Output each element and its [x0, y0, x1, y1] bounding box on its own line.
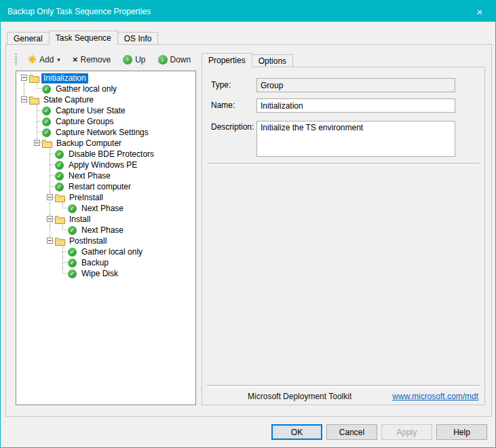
tree-connector-line	[37, 122, 37, 127]
tree-node-capture-network-settings[interactable]: ✓Capture Network Settings	[16, 127, 195, 138]
tree-node-next-phase[interactable]: ✓Next Phase	[16, 225, 195, 236]
tab-options[interactable]: Options	[252, 54, 293, 67]
task-sequence-tree[interactable]: Initialization✓Gather local onlyState Ca…	[16, 71, 196, 405]
description-label: Description:	[211, 122, 254, 132]
tree-connector-line	[37, 110, 43, 111]
tree-node-label[interactable]: Install	[67, 214, 92, 225]
tree-node-gather-local-only[interactable]: ✓Gather local only	[16, 83, 195, 94]
remove-icon: ×	[73, 55, 78, 64]
up-button[interactable]: ↑ Up	[117, 53, 151, 67]
expand-toggle-icon[interactable]	[34, 140, 40, 146]
tree-connector-line	[62, 208, 69, 208]
tree-node-label[interactable]: Next Phase	[79, 204, 126, 214]
tree-connector-line	[62, 262, 69, 263]
tree-node-postinstall[interactable]: PostInstall	[16, 236, 195, 246]
group-folder-icon	[55, 193, 65, 202]
tree-node-label[interactable]: Disable BDE Protectors	[66, 149, 156, 160]
tree-node-restart-computer[interactable]: ✓Restart computer	[16, 181, 195, 192]
tree-node-label[interactable]: Capture Groups	[54, 117, 115, 127]
help-button[interactable]: Help	[436, 424, 487, 440]
step-check-icon: ✓	[68, 226, 77, 235]
tree-node-initialization[interactable]: Initialization	[16, 73, 195, 83]
add-button[interactable]: Add ▾	[22, 53, 66, 67]
tree-connector-line	[50, 203, 50, 214]
mdt-link[interactable]: www.microsoft.com/mdt	[392, 392, 478, 401]
tree-connector-line	[62, 263, 63, 268]
footer-separator	[207, 385, 480, 388]
tree-node-backup[interactable]: ✓Backup	[16, 257, 195, 268]
expand-toggle-icon[interactable]	[47, 238, 53, 244]
tree-connector-line	[62, 252, 63, 257]
tree-connector-line	[50, 225, 50, 236]
expand-toggle-icon[interactable]	[47, 194, 53, 200]
tree-node-next-phase[interactable]: ✓Next Phase	[16, 170, 195, 181]
group-folder-icon	[29, 74, 39, 83]
step-check-icon: ✓	[42, 85, 51, 94]
titlebar[interactable]: Backup Only Task Sequence Properties ×	[1, 1, 495, 22]
tree-node-label[interactable]: Gather local only	[54, 84, 119, 94]
expand-toggle-icon[interactable]	[21, 96, 27, 102]
tree-connector-line	[50, 154, 50, 160]
tree-connector-line	[50, 175, 56, 176]
tree-node-apply-windows-pe[interactable]: ✓Apply Windows PE	[16, 160, 195, 170]
tree-node-label[interactable]: Backup Computer	[54, 138, 123, 149]
tree-node-label[interactable]: Gather local only	[79, 247, 145, 257]
tree-connector-line	[50, 186, 56, 187]
step-check-icon: ✓	[42, 107, 51, 115]
description-field[interactable]: Initialize the TS environment	[256, 121, 455, 157]
tree-node-gather-local-only[interactable]: ✓Gather local only	[16, 246, 195, 257]
expand-toggle-icon[interactable]	[21, 75, 27, 81]
remove-button-label: Remove	[80, 55, 111, 64]
group-folder-icon	[55, 215, 65, 224]
tree-node-label[interactable]: Next Phase	[79, 225, 126, 236]
step-check-icon: ✓	[68, 269, 77, 278]
tree-connector-line	[50, 153, 56, 154]
tree-node-label[interactable]: Apply Windows PE	[66, 160, 139, 170]
tree-node-label[interactable]: Capture Network Settings	[54, 128, 151, 138]
down-button[interactable]: ↓ Down	[153, 53, 197, 67]
tree-node-state-capture[interactable]: State Capture	[16, 94, 195, 105]
step-check-icon: ✓	[55, 161, 64, 170]
tree-node-backup-computer[interactable]: Backup Computer	[16, 138, 195, 149]
step-check-icon: ✓	[55, 183, 64, 191]
tree-node-next-phase[interactable]: ✓Next Phase	[16, 203, 195, 214]
group-folder-icon	[55, 237, 65, 246]
tree-node-label[interactable]: Backup	[79, 258, 111, 268]
tree-node-capture-user-state[interactable]: ✓Capture User State	[16, 105, 195, 116]
name-field[interactable]	[256, 98, 455, 113]
ok-button[interactable]: OK	[271, 424, 322, 440]
close-icon: ×	[477, 6, 483, 18]
tree-node-label[interactable]: Next Phase	[66, 171, 113, 181]
add-button-label: Add	[39, 55, 54, 64]
tree-node-label[interactable]: Initialization	[41, 73, 88, 83]
apply-button: Apply	[381, 424, 432, 440]
tree-node-label[interactable]: State Capture	[41, 95, 96, 105]
properties-pane-tabs: Properties Options	[202, 53, 293, 67]
down-arrow-icon: ↓	[158, 55, 168, 64]
tree-node-label[interactable]: PreInstall	[67, 193, 105, 203]
step-check-icon: ✓	[42, 117, 51, 126]
tree-node-disable-bde-protectors[interactable]: ✓Disable BDE Protectors	[16, 149, 195, 160]
close-button[interactable]: ×	[464, 1, 495, 22]
type-field	[256, 78, 455, 92]
tree-node-label[interactable]: Capture User State	[54, 106, 128, 116]
tree-node-label[interactable]: PostInstall	[67, 236, 109, 246]
down-button-label: Down	[170, 55, 191, 64]
remove-button[interactable]: × Remove	[67, 53, 116, 67]
tab-task-sequence[interactable]: Task Sequence	[49, 31, 118, 44]
step-check-icon: ✓	[42, 128, 51, 137]
tree-node-capture-groups[interactable]: ✓Capture Groups	[16, 116, 195, 127]
cancel-button[interactable]: Cancel	[326, 424, 377, 440]
tab-os-info[interactable]: OS Info	[117, 32, 159, 44]
tab-general[interactable]: General	[7, 32, 50, 44]
tree-node-label[interactable]: Wipe Disk	[79, 269, 120, 279]
expand-toggle-icon[interactable]	[47, 216, 53, 222]
tree-connector-line	[37, 121, 43, 122]
tree-node-wipe-disk[interactable]: ✓Wipe Disk	[16, 268, 195, 279]
step-check-icon: ✓	[68, 204, 77, 213]
tree-node-preinstall[interactable]: PreInstall	[16, 192, 195, 203]
tree-node-label[interactable]: Restart computer	[66, 182, 133, 192]
tab-properties[interactable]: Properties	[202, 53, 252, 67]
tree-node-install[interactable]: Install	[16, 214, 195, 225]
step-check-icon: ✓	[68, 248, 77, 257]
